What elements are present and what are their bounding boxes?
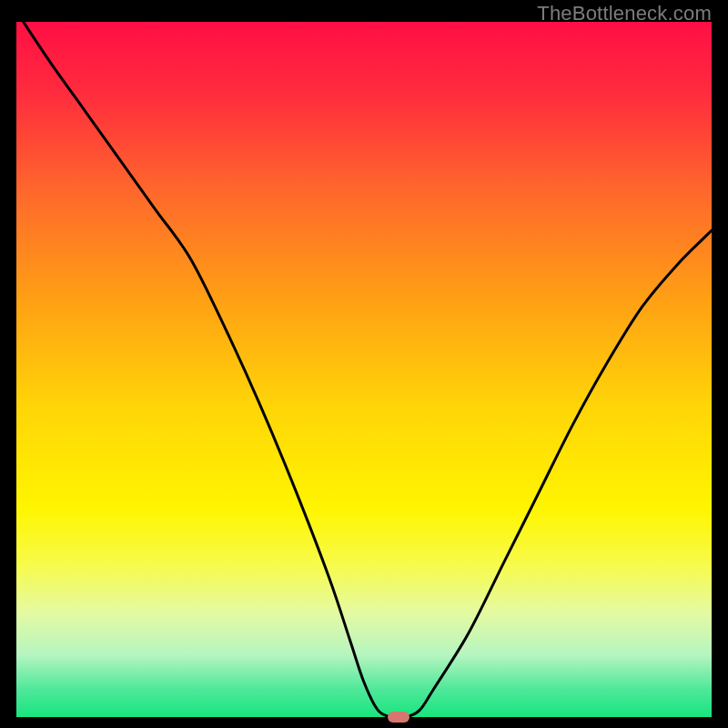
chart-background	[16, 22, 712, 717]
optimal-marker	[388, 712, 410, 723]
chart-frame	[16, 22, 712, 717]
bottleneck-chart	[16, 22, 712, 717]
